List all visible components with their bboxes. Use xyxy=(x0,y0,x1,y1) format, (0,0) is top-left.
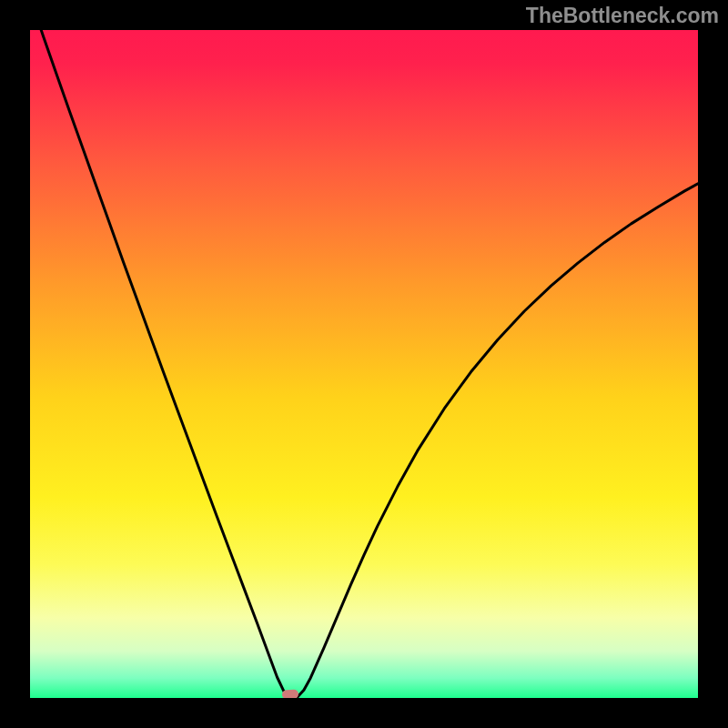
bottleneck-curve xyxy=(30,30,698,698)
plot-area xyxy=(30,30,698,698)
outer-frame: TheBottleneck.com xyxy=(0,0,728,728)
watermark-text: TheBottleneck.com xyxy=(526,4,719,28)
optimal-marker xyxy=(282,690,298,698)
